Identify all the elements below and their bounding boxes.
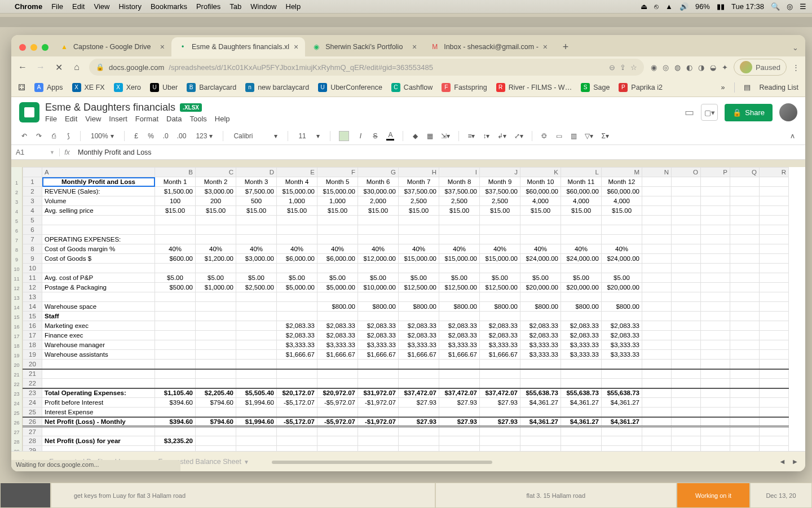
cell[interactable] — [701, 340, 730, 350]
cell[interactable] — [730, 427, 760, 436]
cell[interactable]: Interest Expense — [42, 408, 155, 417]
cell[interactable] — [196, 340, 236, 350]
formula-input[interactable]: Monthly Profit and Loss — [74, 148, 805, 156]
cell[interactable]: $1,994.60 — [236, 417, 277, 427]
cell[interactable] — [358, 235, 399, 244]
cell[interactable]: $2,083.33 — [358, 331, 399, 340]
cell[interactable] — [760, 235, 789, 244]
cell[interactable] — [196, 360, 236, 369]
filter-button[interactable]: ▽▾ — [583, 130, 595, 142]
cell[interactable] — [399, 312, 439, 321]
column-header[interactable]: I — [439, 168, 480, 177]
cell[interactable]: $3,235.20 — [155, 436, 196, 446]
cell[interactable]: $4,361.27 — [520, 417, 561, 427]
cell[interactable]: $5.00 — [277, 273, 317, 283]
cell[interactable]: $15,000.00 — [317, 187, 358, 196]
cell[interactable]: $1,666.67 — [399, 350, 439, 360]
extension-icon[interactable]: ◑ — [698, 63, 704, 72]
bookmark-item[interactable]: CCashflow — [391, 83, 433, 92]
cell[interactable] — [520, 427, 561, 436]
cell[interactable] — [672, 177, 701, 187]
cell[interactable] — [155, 379, 196, 388]
cell[interactable] — [196, 408, 236, 417]
cell[interactable]: 2,500 — [439, 196, 480, 206]
cell[interactable]: $60,000.00 — [602, 187, 642, 196]
column-header[interactable]: K — [520, 168, 561, 177]
cell[interactable]: $15.00 — [561, 206, 602, 216]
cell[interactable] — [196, 331, 236, 340]
cell[interactable] — [480, 427, 520, 436]
cell[interactable] — [236, 331, 277, 340]
cell[interactable]: $20,972.07 — [317, 388, 358, 398]
cell[interactable] — [236, 427, 277, 436]
cell[interactable] — [236, 436, 277, 446]
cell[interactable] — [602, 292, 642, 302]
bookmark-item[interactable]: PPaprika i2 — [619, 83, 663, 92]
cell[interactable] — [439, 446, 480, 452]
cell[interactable] — [317, 379, 358, 388]
cell[interactable]: -$5,172.07 — [277, 398, 317, 408]
column-header[interactable]: C — [196, 168, 236, 177]
cell[interactable] — [672, 360, 701, 369]
row-header[interactable]: 11 — [23, 273, 42, 283]
cell[interactable]: $20,000.00 — [602, 283, 642, 292]
cell[interactable] — [672, 206, 701, 216]
cell[interactable] — [701, 427, 730, 436]
functions-button[interactable]: Σ▾ — [599, 130, 610, 142]
cell[interactable] — [701, 216, 730, 225]
cell[interactable] — [701, 235, 730, 244]
borders-button[interactable]: ▦ — [425, 130, 435, 142]
cell[interactable]: $55,638.73 — [520, 388, 561, 398]
row-header[interactable]: 25 — [23, 408, 42, 417]
cell[interactable] — [701, 225, 730, 235]
cell[interactable] — [317, 225, 358, 235]
cell[interactable] — [701, 369, 730, 379]
cell[interactable] — [480, 264, 520, 273]
comments-icon[interactable]: ▭ — [685, 106, 694, 119]
cell[interactable] — [439, 312, 480, 321]
cell[interactable] — [317, 360, 358, 369]
cell[interactable] — [760, 408, 789, 417]
cell[interactable]: 40% — [155, 244, 196, 254]
cell[interactable] — [480, 446, 520, 452]
cell[interactable] — [672, 302, 701, 312]
cell[interactable] — [561, 235, 602, 244]
cell[interactable] — [480, 369, 520, 379]
cell[interactable]: Marketing exec — [42, 321, 155, 331]
h-align-button[interactable]: ≡▾ — [466, 130, 476, 142]
cell[interactable] — [672, 321, 701, 331]
select-all-corner[interactable] — [23, 168, 42, 177]
cell[interactable]: 40% — [520, 244, 561, 254]
cell[interactable] — [602, 379, 642, 388]
cell[interactable] — [155, 264, 196, 273]
cell[interactable] — [642, 360, 672, 369]
cell[interactable]: $10,000.00 — [358, 283, 399, 292]
increase-decimal-button[interactable]: .00 — [175, 130, 188, 142]
link-button[interactable]: ⯐ — [539, 130, 549, 142]
cell[interactable] — [317, 216, 358, 225]
cell[interactable]: $2,500.00 — [236, 283, 277, 292]
cell[interactable] — [236, 446, 277, 452]
cell[interactable] — [642, 216, 672, 225]
sheets-logo-icon[interactable] — [19, 102, 39, 122]
cell[interactable] — [730, 235, 760, 244]
cell[interactable]: $1,666.67 — [480, 350, 520, 360]
chrome-menu-icon[interactable]: ⋮ — [792, 63, 800, 72]
cell[interactable]: $15.00 — [520, 206, 561, 216]
cell[interactable] — [155, 446, 196, 452]
cell[interactable] — [317, 369, 358, 379]
fill-color-dropdown[interactable]: ◆ — [410, 130, 420, 142]
cell[interactable]: -$1,972.07 — [358, 417, 399, 427]
font-select[interactable]: Calibri▾ — [230, 132, 281, 140]
cell[interactable] — [760, 187, 789, 196]
cell[interactable] — [358, 360, 399, 369]
cell[interactable] — [196, 216, 236, 225]
cell[interactable]: $5.00 — [358, 273, 399, 283]
cell[interactable]: $27.93 — [480, 417, 520, 427]
cell[interactable] — [236, 350, 277, 360]
cell[interactable]: Warehouse assistants — [42, 350, 155, 360]
cell[interactable] — [439, 408, 480, 417]
cell[interactable]: Month 10 — [520, 177, 561, 187]
cell[interactable] — [672, 446, 701, 452]
cell[interactable] — [760, 340, 789, 350]
